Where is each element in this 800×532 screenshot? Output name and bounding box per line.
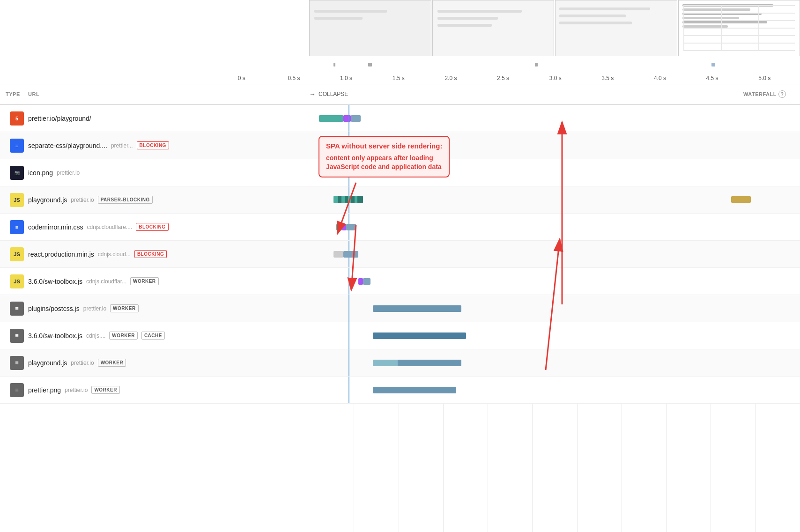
arrow-icon: → xyxy=(309,90,316,98)
time-15: 1.5 s xyxy=(372,75,425,81)
table-row[interactable]: ≡ plugins/postcss.js prettier.io WORKER xyxy=(0,295,800,322)
vline xyxy=(348,377,349,403)
time-30: 3.0 s xyxy=(529,75,582,81)
column-headers: TYPE URL → COLLAPSE WATERFALL ? xyxy=(0,84,800,105)
cell-url: plugins/postcss.js prettier.io WORKER xyxy=(28,304,307,312)
worker-icon-3: ≡ xyxy=(10,356,24,370)
wf-bar-gray-1 xyxy=(351,115,361,122)
time-25: 2.5 s xyxy=(477,75,529,81)
url-text: plugins/postcss.js xyxy=(28,305,80,312)
cache-badge: CACHE xyxy=(141,332,165,340)
cell-type: ≡ xyxy=(0,302,28,316)
url-text: prettier.png xyxy=(28,386,61,394)
table-row[interactable]: ≡ prettier.png prettier.io WORKER xyxy=(0,377,800,404)
blocking-badge: BLOCKING xyxy=(136,223,168,231)
wf-long-bar xyxy=(373,305,461,312)
waterfall-row-1 xyxy=(309,105,800,132)
wf-bar-1 xyxy=(349,170,358,176)
url-text: playground.js xyxy=(28,196,67,204)
resource-table: 5 prettier.io/playground/ ≡ xyxy=(0,105,800,404)
time-20: 2.0 s xyxy=(425,75,477,81)
cell-url: separate-css/playground.... prettier... … xyxy=(28,141,307,149)
waterfall-help-icon[interactable]: ? xyxy=(778,90,786,98)
time-05: 0.5 s xyxy=(268,75,320,81)
vline xyxy=(348,268,349,295)
table-row[interactable]: JS 3.6.0/sw-toolbox.js cdnjs.cloudflar..… xyxy=(0,268,800,295)
thumbnail-2 xyxy=(432,0,555,56)
wf-teal xyxy=(343,251,358,258)
thumbnail-3 xyxy=(555,0,677,56)
wf-blue xyxy=(346,224,356,230)
js-bar-group xyxy=(333,196,363,203)
table-row[interactable]: 5 prettier.io/playground/ xyxy=(0,105,800,132)
time-10: 1.0 s xyxy=(320,75,372,81)
wf-purple xyxy=(358,278,363,285)
css-icon: ≡ xyxy=(10,139,24,153)
waterfall-row-9 xyxy=(309,322,800,349)
cell-type: ≡ xyxy=(0,356,28,370)
table-row[interactable]: ≡ separate-css/playground.... prettier..… xyxy=(0,132,800,159)
cell-url: 3.6.0/sw-toolbox.js cdnjs.cloudflar... W… xyxy=(28,277,307,285)
collapse-button[interactable]: → COLLAPSE xyxy=(309,90,348,98)
table-row[interactable]: ≡ 3.6.0/sw-toolbox.js cdnjs.... WORKER C… xyxy=(0,322,800,349)
waterfall-row-4 xyxy=(309,186,800,213)
worker-badge: WORKER xyxy=(110,304,139,312)
wf-teal xyxy=(363,278,370,285)
thumbnail-1 xyxy=(309,0,431,56)
table-row[interactable]: JS playground.js prettier.io PARSER-BLOC… xyxy=(0,186,800,214)
cell-url: 3.6.0/sw-toolbox.js cdnjs.... WORKER CAC… xyxy=(28,332,307,340)
css-icon-2: ≡ xyxy=(10,220,24,234)
worker-badge: WORKER xyxy=(130,277,159,285)
main-container: 0 s 0.5 s 1.0 s 1.5 s 2.0 s 2.5 s 3.0 s … xyxy=(0,0,800,532)
time-40: 4.0 s xyxy=(634,75,686,81)
domain-text: prettier... xyxy=(111,142,133,149)
cell-type: JS xyxy=(0,274,28,288)
blocking-badge: BLOCKING xyxy=(134,250,167,258)
table-row[interactable]: 📷 icon.png prettier.io xyxy=(0,159,800,186)
waterfall-row-5 xyxy=(309,214,800,240)
vertical-blue-line xyxy=(348,105,349,132)
blocking-badge: BLOCKING xyxy=(137,141,169,149)
wf-bar-1 xyxy=(349,142,362,149)
parser-blocking-badge: PARSER-BLOCKING xyxy=(98,196,153,204)
cell-url: playground.js prettier.io PARSER-BLOCKIN… xyxy=(28,196,307,204)
wf-bar xyxy=(373,387,456,393)
timeline-header: 0 s 0.5 s 1.0 s 1.5 s 2.0 s 2.5 s 3.0 s … xyxy=(0,0,800,84)
thumbnails-row xyxy=(309,0,800,56)
cell-url: prettier.png prettier.io WORKER xyxy=(28,386,307,394)
url-text: prettier.io/playground/ xyxy=(28,115,91,122)
cell-url: prettier.io/playground/ xyxy=(28,115,307,122)
wf-dark xyxy=(398,360,461,366)
url-text: 3.6.0/sw-toolbox.js xyxy=(28,278,82,285)
wf-purple xyxy=(342,224,346,230)
waterfall-row-3 xyxy=(309,159,800,186)
time-50: 5.0 s xyxy=(738,75,791,81)
domain-text: prettier.io xyxy=(83,305,106,312)
table-row[interactable]: ≡ playground.js prettier.io WORKER xyxy=(0,349,800,377)
worker-badge: WORKER xyxy=(98,359,126,367)
domain-text: prettier.io xyxy=(65,387,88,393)
url-text: codemirror.min.css xyxy=(28,223,83,231)
wf-bar-cache xyxy=(731,196,751,203)
cell-type: ≡ xyxy=(0,383,28,397)
cell-type: ≡ xyxy=(0,220,28,234)
table-row[interactable]: ≡ codemirror.min.css cdnjs.cloudflare...… xyxy=(0,214,800,241)
domain-text: cdnjs.cloudflar... xyxy=(86,278,126,285)
vline xyxy=(348,295,349,322)
waterfall-row-6 xyxy=(309,241,800,267)
url-text: react.production.min.js xyxy=(28,251,94,258)
js-icon: JS xyxy=(10,193,24,207)
thumbnail-4 xyxy=(678,0,800,56)
waterfall-row-10 xyxy=(309,349,800,376)
waterfall-row-7 xyxy=(309,268,800,295)
wf-light xyxy=(373,360,397,366)
table-row[interactable]: JS react.production.min.js cdnjs.cloud..… xyxy=(0,241,800,268)
worker-badge: WORKER xyxy=(109,332,138,340)
js-icon-2: JS xyxy=(10,247,24,261)
time-45: 4.5 s xyxy=(686,75,739,81)
time-axis: 0 s 0.5 s 1.0 s 1.5 s 2.0 s 2.5 s 3.0 s … xyxy=(215,75,791,81)
cell-url: react.production.min.js cdnjs.cloud... B… xyxy=(28,250,307,258)
domain-text: cdnjs.... xyxy=(86,332,105,339)
wf-bar-purple-1 xyxy=(343,115,351,122)
url-text: icon.png xyxy=(28,169,53,177)
